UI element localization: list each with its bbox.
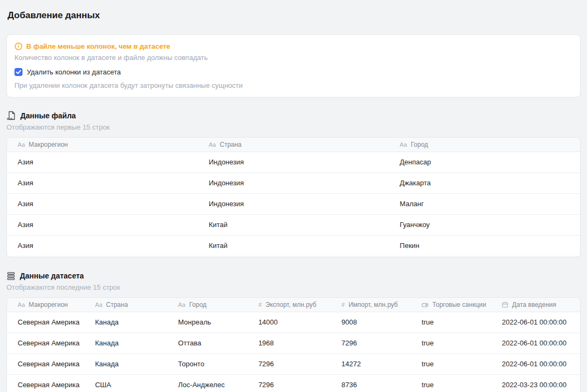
table-cell: Северная Америка <box>7 353 84 374</box>
string-type-icon: Аа <box>209 141 216 148</box>
string-type-icon: Аа <box>18 301 25 308</box>
column-label: Импорт, млн.руб <box>349 301 398 308</box>
table-cell: 2022-03-23 00:00:00 <box>491 374 580 392</box>
column-header: Дата введения <box>491 298 580 312</box>
warning-subtitle: Количество колонок в датасете и файле до… <box>14 53 573 62</box>
table-cell: Индонезия <box>198 172 389 193</box>
delete-columns-checkbox-row[interactable]: Удалить колонки из датасета <box>14 67 573 77</box>
table-cell: Индонезия <box>198 193 389 214</box>
file-section-title: Данные файла <box>20 111 76 120</box>
warning-note: При удалении колонок датасета будут затр… <box>14 81 573 90</box>
table-cell: Джакарта <box>389 172 580 193</box>
page-title: Добавление данных <box>7 10 581 21</box>
warning-title-row: В файле меньше колонок, чем в датасете <box>14 42 573 51</box>
dataset-data-table-card: АаМакрорегионАаСтранаАаГород#Экспорт, мл… <box>6 297 581 392</box>
table-row: Северная АмерикаКанадаТоронто729614272tr… <box>7 353 580 374</box>
table-cell: 14272 <box>331 353 411 374</box>
table-row: Северная АмерикаКанадаМонреаль140009008t… <box>7 312 580 333</box>
column-label: Страна <box>220 141 242 148</box>
info-circle-icon <box>14 42 22 50</box>
table-cell: Маланг <box>389 193 580 214</box>
file-data-section: XLS Данные файла Отображаются первые 15 … <box>6 111 581 258</box>
table-cell: Северная Америка <box>7 312 84 333</box>
column-label: Страна <box>106 301 128 308</box>
table-cell: Монреаль <box>168 312 248 333</box>
table-row: АзияИндонезияДжакарта <box>7 172 580 193</box>
column-label: Макрорегион <box>29 141 68 148</box>
dataset-section-title: Данные датасета <box>20 271 84 281</box>
date-type-icon <box>502 301 508 308</box>
table-row: АзияКитайГуанчжоу <box>7 214 580 235</box>
column-label: Макрорегион <box>29 301 68 308</box>
string-type-icon: Аа <box>95 301 102 308</box>
table-cell: Азия <box>7 193 198 214</box>
table-cell: Азия <box>7 172 198 193</box>
dataset-section-header: Данные датасета <box>6 271 581 281</box>
svg-text:XLS: XLS <box>7 117 13 120</box>
column-header: АаГород <box>168 298 248 312</box>
column-header: АаМакрорегион <box>7 298 84 312</box>
column-label: Дата введения <box>512 301 556 308</box>
table-cell: Китай <box>198 214 389 235</box>
table-header-row: АаМакрорегионАаСтранаАаГород#Экспорт, мл… <box>7 298 580 312</box>
column-label: Город <box>189 301 206 308</box>
column-header: АаСтрана <box>84 298 167 312</box>
table-cell: 9008 <box>331 312 411 333</box>
table-cell: 2022-06-01 00:00:00 <box>491 333 580 353</box>
file-data-table-card: АаМакрорегионАаСтранаАаГород АзияИндонез… <box>6 137 581 258</box>
column-header: #Импорт, млн.руб <box>331 298 411 312</box>
table-cell: Северная Америка <box>7 333 84 353</box>
table-cell: 8736 <box>331 374 411 392</box>
dataset-section-subtitle: Отображаются последние 15 строк <box>6 283 581 292</box>
table-cell: Азия <box>7 152 198 172</box>
table-cell: Торонто <box>168 353 248 374</box>
table-cell: 7296 <box>331 333 411 353</box>
boolean-type-icon <box>422 301 428 308</box>
table-cell: true <box>411 333 491 353</box>
table-cell: 2022-06-01 00:00:00 <box>491 312 580 333</box>
column-label: Город <box>411 141 428 148</box>
table-cell: 14000 <box>247 312 330 333</box>
number-type-icon: # <box>342 301 345 308</box>
table-cell: Канада <box>84 353 167 374</box>
column-header: Торговые санкции <box>411 298 491 312</box>
string-type-icon: Аа <box>400 141 407 148</box>
file-section-header: XLS Данные файла <box>6 111 581 120</box>
table-cell: Канада <box>84 312 167 333</box>
table-cell: Азия <box>7 235 198 256</box>
column-header: #Экспорт, млн.руб <box>247 298 330 312</box>
dataset-rows-icon <box>6 272 16 281</box>
string-type-icon: Аа <box>178 301 186 308</box>
column-header: АаГород <box>389 138 580 152</box>
warning-card: В файле меньше колонок, чем в датасете К… <box>6 34 581 97</box>
table-cell: 7296 <box>247 374 330 392</box>
dataset-data-table: АаМакрорегионАаСтранаАаГород#Экспорт, мл… <box>7 298 580 392</box>
table-cell: США <box>84 374 167 392</box>
table-cell: 1968 <box>247 333 330 353</box>
table-cell: true <box>411 374 491 392</box>
table-cell: Денпасар <box>389 152 580 172</box>
string-type-icon: Аа <box>18 141 25 148</box>
table-cell: Китай <box>198 235 389 256</box>
table-cell: true <box>411 312 491 333</box>
column-label: Экспорт, млн.руб <box>266 301 317 308</box>
table-cell: Канада <box>84 333 167 353</box>
delete-columns-checkbox-label: Удалить колонки из датасета <box>27 67 121 77</box>
table-cell: Азия <box>7 214 198 235</box>
table-cell: Гуанчжоу <box>389 214 580 235</box>
delete-columns-checkbox[interactable] <box>14 68 22 76</box>
table-cell: 2022-06-01 00:00:00 <box>491 353 580 374</box>
warning-title: В файле меньше колонок, чем в датасете <box>26 42 170 51</box>
table-cell: Индонезия <box>198 152 389 172</box>
table-row: АзияКитайПекин <box>7 235 580 256</box>
file-data-table: АаМакрорегионАаСтранаАаГород АзияИндонез… <box>7 138 580 257</box>
table-row: АзияИндонезияМаланг <box>7 193 580 214</box>
table-row: Северная АмерикаКанадаОттава19687296true… <box>7 333 580 353</box>
file-section-subtitle: Отображаются первые 15 строк <box>6 123 581 132</box>
number-type-icon: # <box>258 301 261 308</box>
table-cell: true <box>411 353 491 374</box>
column-header: АаМакрорегион <box>7 138 198 152</box>
table-row: АзияИндонезияДенпасар <box>7 152 580 172</box>
table-cell: Пекин <box>389 235 580 256</box>
dataset-data-section: Данные датасета Отображаются последние 1… <box>6 271 581 392</box>
